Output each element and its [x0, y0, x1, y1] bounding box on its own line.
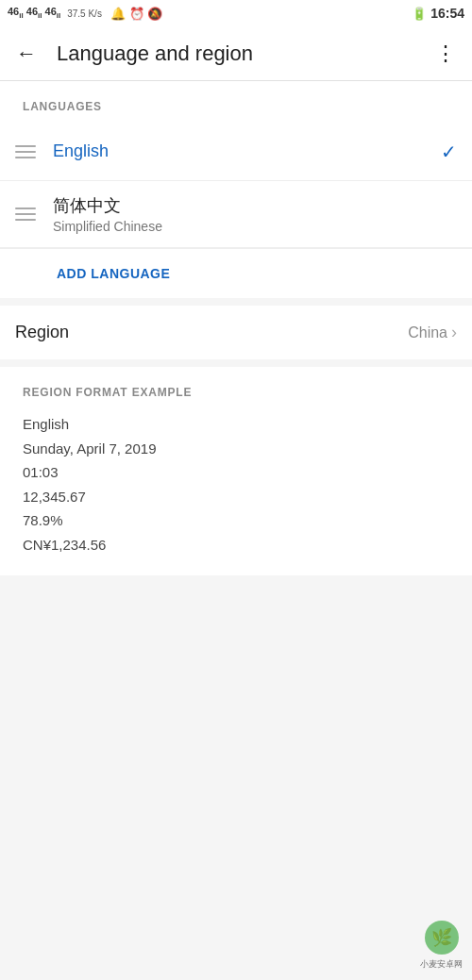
language-primary-chinese: 简体中文 — [53, 194, 457, 217]
drag-line-3 — [15, 157, 36, 158]
drag-line-1 — [15, 145, 36, 147]
format-line-2: 01:03 — [23, 460, 449, 485]
battery-icon: 🔋 — [412, 7, 427, 21]
drag-handle-english[interactable] — [15, 145, 36, 158]
app-bar: ← Language and region ⋮ — [0, 26, 472, 81]
format-example-header: REGION FORMAT EXAMPLE — [0, 367, 472, 412]
status-bar: 46il 46il 46il 37.5 K/s 🔔 ⏰ 🔕 🔋 16:54 — [0, 0, 472, 26]
svg-text:🌿: 🌿 — [431, 927, 453, 948]
language-check-english: ✓ — [441, 141, 457, 163]
status-left: 46il 46il 46il 37.5 K/s 🔔 ⏰ 🔕 — [8, 6, 162, 20]
page-title: Language and region — [57, 42, 416, 66]
signal-icons: 46il 46il 46il — [8, 6, 60, 20]
region-section: Region China › — [0, 306, 472, 359]
drag-line-cn-1 — [15, 208, 36, 209]
language-name-group-chinese: 简体中文 Simplified Chinese — [53, 194, 457, 234]
drag-line-2 — [15, 151, 36, 153]
format-line-0: English — [23, 412, 449, 437]
add-language-label: ADD LANGUAGE — [57, 266, 170, 281]
add-language-button[interactable]: ADD LANGUAGE — [0, 248, 472, 298]
drag-handle-chinese[interactable] — [15, 208, 36, 221]
back-button[interactable]: ← — [15, 42, 38, 66]
status-right: 🔋 16:54 — [412, 6, 464, 21]
format-line-3: 12,345.67 — [23, 485, 449, 509]
drag-line-cn-2 — [15, 213, 36, 215]
language-item-chinese[interactable]: 简体中文 Simplified Chinese — [0, 181, 472, 248]
watermark-logo: 🌿 — [423, 919, 461, 956]
language-item-english[interactable]: English ✓ — [0, 123, 472, 181]
format-example-section: REGION FORMAT EXAMPLE English Sunday, Ap… — [0, 367, 472, 575]
format-examples-group: English Sunday, April 7, 2019 01:03 12,3… — [0, 412, 472, 556]
more-options-button[interactable]: ⋮ — [435, 42, 457, 66]
drag-line-cn-3 — [15, 219, 36, 221]
notification-icons: 🔔 ⏰ 🔕 — [110, 7, 162, 21]
language-primary-english: English — [53, 141, 433, 161]
format-line-4: 78.9% — [23, 508, 449, 533]
format-line-1: Sunday, April 7, 2019 — [23, 437, 449, 461]
language-secondary-chinese: Simplified Chinese — [53, 219, 457, 234]
time-display: 16:54 — [430, 6, 464, 21]
data-speed: 37.5 K/s — [67, 8, 102, 19]
region-row[interactable]: Region China › — [0, 306, 472, 359]
watermark-text: 小麦安卓网 — [420, 958, 463, 971]
languages-section: LANGUAGES English ✓ 简体中文 Simplified Chin… — [0, 81, 472, 298]
chevron-right-icon: › — [451, 323, 457, 342]
format-line-5: CN¥1,234.56 — [23, 533, 449, 557]
watermark: 🌿 小麦安卓网 — [420, 919, 463, 971]
languages-section-header: LANGUAGES — [0, 81, 472, 123]
region-label: Region — [15, 323, 408, 342]
language-name-group-english: English — [53, 141, 433, 161]
region-value: China — [408, 324, 447, 341]
